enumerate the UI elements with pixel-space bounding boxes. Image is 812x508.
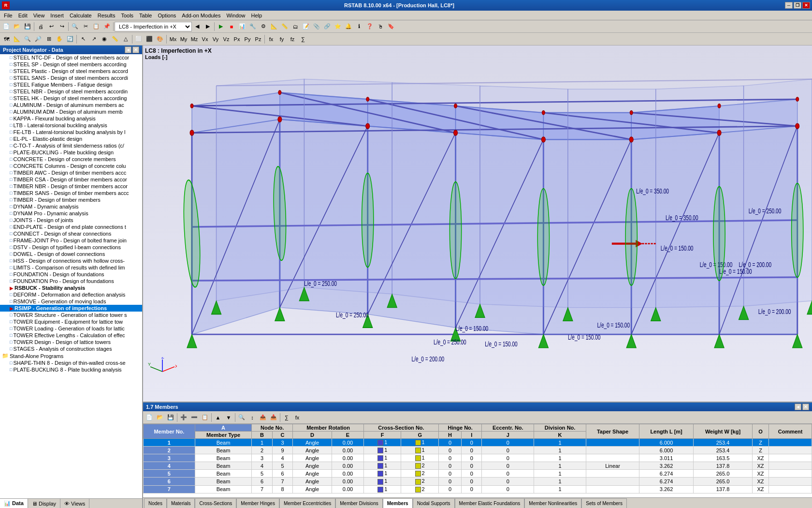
print-btn[interactable]: 🖨 <box>35 21 46 32</box>
bottom-close-btn[interactable]: ✕ <box>802 403 809 410</box>
section-btn[interactable]: ⬛ <box>144 34 155 45</box>
menu-window[interactable]: Window <box>223 12 248 19</box>
tree-item-6[interactable]: □STEEL HK - Design of steel members acco… <box>0 95 142 102</box>
tree-item-46[interactable]: □PLATE-BUCKLING 8 - Plate buckling analy… <box>0 366 142 373</box>
bottom-tab-cross-sections[interactable]: Cross-Sections <box>195 498 236 508</box>
undo-btn[interactable]: ↩ <box>46 21 57 32</box>
bottom-tab-members[interactable]: Members <box>383 498 413 508</box>
tree-item-19[interactable]: □TIMBER NBR - Design of timber members a… <box>0 183 142 190</box>
vz-btn[interactable]: Vz <box>221 34 232 45</box>
mz-btn[interactable]: Mz <box>189 34 200 45</box>
tree-item-5[interactable]: □STEEL NBR - Design of steel members acc… <box>0 88 142 95</box>
tree-item-42[interactable]: □TOWER Design - Design of lattice towers <box>0 339 142 345</box>
tb-7[interactable]: 📐 <box>269 21 279 32</box>
tree-item-40[interactable]: □TOWER Loading - Generation of loads for… <box>0 325 142 332</box>
fz-btn[interactable]: fz <box>287 34 298 45</box>
nav-close-btn[interactable]: ✕ <box>132 46 139 53</box>
tree-item-18[interactable]: □TIMBER CSA - Design of timber members a… <box>0 176 142 183</box>
bottom-tab-member-eccentricities[interactable]: Member Eccentricities <box>279 498 335 508</box>
menu-addons[interactable]: Add-on Modules <box>179 12 223 19</box>
table-row[interactable]: 6 Beam 6 7 Angle 0.00 1 2 0 0 0 1 6.274 … <box>144 478 812 485</box>
tree-item-9[interactable]: □KAPPA - Flexural buckling analysis <box>0 115 142 122</box>
deselect-btn[interactable]: ↗ <box>88 34 99 45</box>
pz-btn[interactable]: Pz <box>253 34 263 45</box>
tree-item-32[interactable]: □FOUNDATION - Design of foundations <box>0 271 142 278</box>
menu-results[interactable]: Results <box>95 12 118 19</box>
nav-tab-views[interactable]: 👁 Views <box>60 499 89 508</box>
mx-btn[interactable]: Mx <box>168 34 178 45</box>
bottom-tab-member-hinges[interactable]: Member Hinges <box>236 498 279 508</box>
bt-calc[interactable]: ∑ <box>281 412 292 423</box>
bt-filter[interactable]: 🔍 <box>236 412 247 423</box>
menu-calculate[interactable]: Calculate <box>67 12 95 19</box>
tb-16[interactable]: ❓ <box>364 21 375 32</box>
tree-item-15[interactable]: □CONCRETE - Design of concrete members <box>0 156 142 163</box>
add-member-btn[interactable]: 📏 <box>110 34 120 45</box>
tree-item-28[interactable]: □DSTV - Design of typified I-beam connec… <box>0 244 142 251</box>
tb-run[interactable]: ▶ <box>216 21 226 32</box>
table-row[interactable]: 1 Beam 1 3 Angle 0.00 1 1 0 0 0 1 6.000 … <box>144 439 812 447</box>
tree-item-14[interactable]: □PLATE-BUCKLING - Plate buckling design <box>0 149 142 156</box>
nav-tab-data[interactable]: 📊 Data <box>0 499 28 508</box>
tree-item-22[interactable]: □DYNAM - Dynamic analysis <box>0 203 142 210</box>
tb-15[interactable]: ℹ <box>354 21 364 32</box>
bottom-tab-nodal-supports[interactable]: Nodal Supports <box>413 498 455 508</box>
bottom-tab-materials[interactable]: Materials <box>167 498 195 508</box>
new-btn[interactable]: 📄 <box>1 21 12 32</box>
tree-item-2[interactable]: □STEEL Plastic - Design of steel members… <box>0 68 142 75</box>
save-btn[interactable]: 💾 <box>22 21 33 32</box>
menu-view[interactable]: View <box>30 12 48 19</box>
menu-insert[interactable]: Insert <box>47 12 67 19</box>
select-btn[interactable]: ↖ <box>78 34 88 45</box>
tb-5[interactable]: 🔧 <box>247 21 258 32</box>
bt-export[interactable]: 📤 <box>258 412 268 423</box>
tree-item-33[interactable]: □FOUNDATION Pro - Design of foundations <box>0 278 142 284</box>
tb-stop[interactable]: ■ <box>226 21 237 32</box>
menu-options[interactable]: Options <box>155 12 179 19</box>
tree-item-3[interactable]: □STEEL SANS - Design of steel members ac… <box>0 75 142 81</box>
bottom-tab-member-elastic-foundations[interactable]: Member Elastic Foundations <box>455 498 525 508</box>
restore-button[interactable]: ❐ <box>794 2 801 9</box>
formula-btn[interactable]: ∑ <box>298 34 308 45</box>
tb-6[interactable]: ⚙ <box>258 21 269 32</box>
px-btn[interactable]: Px <box>232 34 242 45</box>
tree-item-20[interactable]: □TIMBER SANS - Design of timber members … <box>0 190 142 196</box>
tb-btn-3[interactable]: 📋 <box>91 21 102 32</box>
tree-item-27[interactable]: □FRAME-JOINT Pro - Design of bolted fram… <box>0 237 142 244</box>
tree-item-4[interactable]: □STEEL Fatigue Members - Fatigue design <box>0 81 142 88</box>
tree-item-11[interactable]: □FE-LTB - Lateral-torsional buckling ana… <box>0 129 142 135</box>
tb-12[interactable]: 🔗 <box>322 21 333 32</box>
table-row[interactable]: 7 Beam 7 8 Angle 0.00 1 2 0 0 0 1 3.262 … <box>144 485 812 493</box>
tb-10[interactable]: 📝 <box>301 21 311 32</box>
tree-item-41[interactable]: □TOWER Effective Lengths - Calculation o… <box>0 332 142 339</box>
tree-item-7[interactable]: □ALUMINUM - Design of aluminum members a… <box>0 102 142 108</box>
tree-item-8[interactable]: □ALUMINUM ADM - Design of aluminum memb <box>0 108 142 115</box>
py-btn[interactable]: Py <box>242 34 253 45</box>
zoom-all-btn[interactable]: ⊞ <box>44 34 54 45</box>
tree-item-21[interactable]: □TIMBER - Design of timber members <box>0 196 142 203</box>
zoom-in-btn[interactable]: 🔍 <box>22 34 33 45</box>
tree-item-29[interactable]: □DOWEL - Design of dowel connections <box>0 251 142 257</box>
tb-13[interactable]: ⭐ <box>333 21 343 32</box>
fy-btn[interactable]: fy <box>276 34 287 45</box>
rotate-btn[interactable]: 🔄 <box>65 34 75 45</box>
lc-dropdown[interactable]: LC8 - Imperfection in +X <box>115 22 192 31</box>
tree-item-24[interactable]: □JOINTS - Design of joints <box>0 217 142 224</box>
add-support-btn[interactable]: △ <box>120 34 131 45</box>
tree-item-25[interactable]: □END-PLATE - Design of end plate connect… <box>0 224 142 230</box>
bottom-tab-member-divisions[interactable]: Member Divisions <box>335 498 382 508</box>
bottom-pin-btn[interactable]: ◄ <box>795 403 801 410</box>
tree-item-23[interactable]: □DYNAM Pro - Dynamic analysis <box>0 210 142 217</box>
tb-9[interactable]: 🗂 <box>290 21 301 32</box>
vx-btn[interactable]: Vx <box>200 34 210 45</box>
tree-item-39[interactable]: □TOWER Equipment - Equipment for lattice… <box>0 318 142 325</box>
tree-item-31[interactable]: □LIMITS - Comparison of results with def… <box>0 264 142 271</box>
add-node-btn[interactable]: ◉ <box>99 34 110 45</box>
bt-up[interactable]: ▲ <box>213 412 223 423</box>
pan-btn[interactable]: ✋ <box>54 34 65 45</box>
dim-btn[interactable]: ⬜ <box>133 34 144 45</box>
tree-item-35[interactable]: □DEFORM - Deformation and deflection ana… <box>0 291 142 298</box>
tree-item-26[interactable]: □CONNECT - Design of shear connections <box>0 230 142 237</box>
zoom-out-btn[interactable]: 🔎 <box>33 34 44 45</box>
menu-table[interactable]: Table <box>136 12 155 19</box>
